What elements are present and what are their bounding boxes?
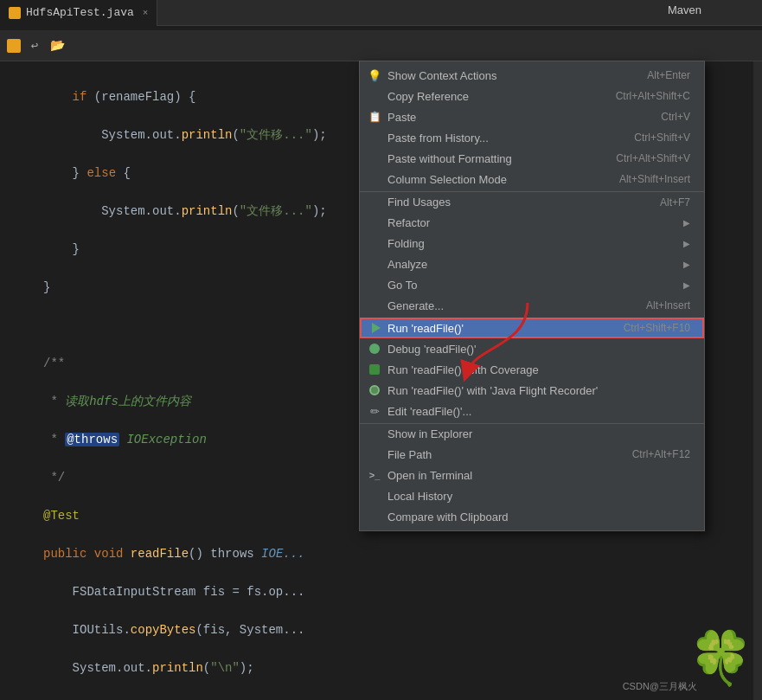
tab-bar: HdfsApiTest.java × Maven — [0, 0, 762, 26]
no-icon — [367, 88, 382, 104]
debug-icon — [367, 341, 382, 356]
menu-label-open-in-terminal: Open in Terminal — [387, 469, 690, 482]
menu-label-file-path: File Path — [387, 448, 615, 461]
decorative-clover: 🍀 — [688, 627, 753, 691]
menu-shortcut-paste: Ctrl+V — [661, 111, 690, 123]
java-file-icon — [9, 7, 21, 19]
menu-label-refactor: Refactor — [387, 216, 676, 229]
menu-item-local-history[interactable]: Local History — [360, 485, 704, 506]
menu-item-show-in-explorer[interactable]: Show in Explorer — [360, 423, 704, 444]
submenu-arrow-go-to: ▶ — [683, 280, 690, 290]
red-arrow-annotation — [458, 294, 562, 398]
menu-shortcut-copy-reference: Ctrl+Alt+Shift+C — [616, 90, 690, 102]
menu-item-refactor[interactable]: Refactor▶ — [360, 212, 704, 233]
menu-label-paste-from-history: Paste from History... — [387, 132, 617, 144]
top-toolbar: ↩ 📂 — [0, 30, 762, 61]
no-icon — [367, 256, 382, 272]
undo-icon[interactable]: ↩ — [26, 37, 43, 55]
menu-item-paste-from-history[interactable]: Paste from History...Ctrl+Shift+V — [360, 127, 704, 148]
terminal-icon: >_ — [367, 467, 382, 483]
menu-label-compare-with-clipboard: Compare with Clipboard — [387, 511, 690, 523]
menu-item-paste-without-formatting[interactable]: Paste without FormattingCtrl+Alt+Shift+V — [360, 148, 704, 169]
no-icon — [367, 195, 382, 210]
no-icon — [367, 427, 382, 442]
menu-item-column-selection-mode[interactable]: Column Selection ModeAlt+Shift+Insert — [360, 169, 704, 189]
folder-open-icon[interactable]: 📂 — [48, 37, 66, 55]
submenu-arrow-refactor: ▶ — [683, 218, 690, 228]
menu-shortcut-show-context-actions: Alt+Enter — [647, 69, 690, 81]
menu-shortcut-paste-without-formatting: Ctrl+Alt+Shift+V — [616, 152, 690, 164]
menu-item-analyze[interactable]: Analyze▶ — [360, 254, 704, 274]
paste-icon: 📋 — [367, 109, 382, 125]
menu-label-analyze: Analyze — [387, 258, 676, 271]
tab-label: HdfsApiTest.java — [26, 6, 134, 19]
run-indicator-icon — [7, 39, 21, 53]
menu-label-show-context-actions: Show Context Actions — [387, 69, 630, 82]
menu-shortcut-file-path: Ctrl+Alt+F12 — [632, 448, 690, 460]
menu-label-edit-readfile: Edit 'readFile()'... — [387, 405, 690, 418]
menu-shortcut-generate: Alt+Insert — [646, 299, 690, 311]
menu-label-go-to: Go To — [387, 279, 676, 292]
no-icon — [367, 298, 382, 313]
menu-item-file-path[interactable]: File PathCtrl+Alt+F12 — [360, 444, 704, 465]
run-icon — [368, 320, 384, 336]
no-icon — [367, 171, 382, 187]
maven-panel-label: Maven — [668, 3, 701, 16]
tab-hdfsapitest[interactable]: HdfsApiTest.java × — [0, 0, 157, 26]
menu-label-paste: Paste — [387, 111, 644, 124]
no-icon — [367, 130, 382, 145]
menu-label-find-usages: Find Usages — [387, 196, 643, 209]
lightbulb-icon: 💡 — [367, 67, 382, 83]
menu-label-copy-reference: Copy Reference — [387, 90, 599, 103]
menu-item-go-to[interactable]: Go To▶ — [360, 274, 704, 295]
watermark-label: CSDN@三月枫火 — [623, 680, 697, 693]
vertical-scrollbar[interactable] — [753, 61, 762, 700]
no-icon — [367, 235, 382, 251]
edit-icon: ✏ — [367, 403, 382, 419]
menu-label-show-in-explorer: Show in Explorer — [387, 427, 690, 440]
no-icon — [367, 215, 382, 230]
menu-item-edit-readfile[interactable]: ✏Edit 'readFile()'... — [360, 401, 704, 421]
menu-label-folding: Folding — [387, 237, 676, 250]
no-icon — [367, 509, 382, 524]
menu-item-copy-reference[interactable]: Copy ReferenceCtrl+Alt+Shift+C — [360, 86, 704, 106]
no-icon — [367, 151, 382, 166]
menu-shortcut-column-selection-mode: Alt+Shift+Insert — [619, 173, 690, 185]
menu-item-open-in-terminal[interactable]: >_Open in Terminal — [360, 465, 704, 485]
tab-close-button[interactable]: × — [143, 8, 149, 18]
submenu-arrow-folding: ▶ — [683, 239, 690, 248]
menu-item-show-context-actions[interactable]: 💡Show Context ActionsAlt+Enter — [360, 65, 704, 86]
jfr-icon — [367, 382, 382, 398]
menu-shortcut-find-usages: Alt+F7 — [660, 196, 690, 209]
menu-shortcut-run-readfile: Ctrl+Shift+F10 — [624, 322, 690, 334]
menu-label-paste-without-formatting: Paste without Formatting — [387, 152, 599, 165]
no-icon — [367, 488, 382, 504]
menu-item-find-usages[interactable]: Find UsagesAlt+F7 — [360, 191, 704, 212]
no-icon — [367, 446, 382, 462]
menu-shortcut-paste-from-history: Ctrl+Shift+V — [634, 132, 690, 144]
submenu-arrow-analyze: ▶ — [683, 260, 690, 269]
menu-item-folding[interactable]: Folding▶ — [360, 233, 704, 254]
menu-item-paste[interactable]: 📋PasteCtrl+V — [360, 106, 704, 127]
menu-label-column-selection-mode: Column Selection Mode — [387, 173, 602, 186]
no-icon — [367, 277, 382, 292]
menu-item-compare-with-clipboard[interactable]: Compare with Clipboard — [360, 506, 704, 527]
menu-label-local-history: Local History — [387, 490, 690, 503]
coverage-icon — [367, 362, 382, 377]
